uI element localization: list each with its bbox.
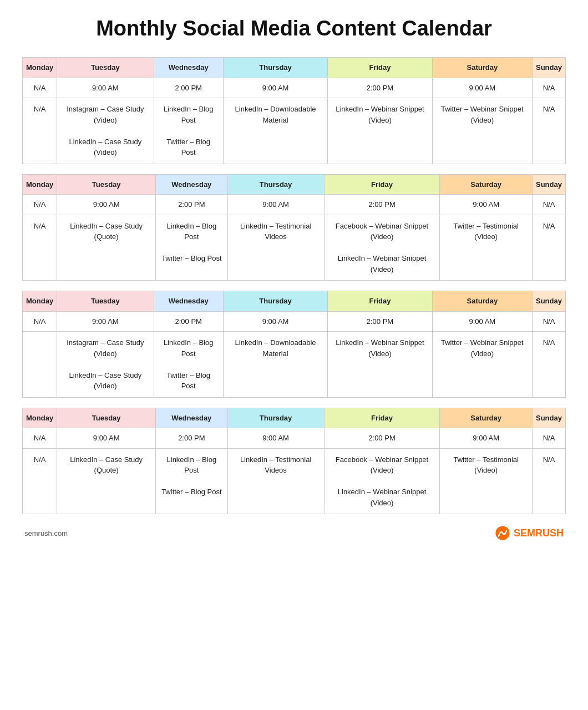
time-friday-week1: 2:00 PM [328, 78, 432, 98]
time-tuesday-week4: 9:00 AM [57, 428, 156, 449]
time-thursday-week3: 9:00 AM [223, 311, 327, 332]
content-thursday-week3: LinkedIn – Downloadable Material [223, 332, 327, 398]
header-tuesday-week3: Tuesday [57, 291, 154, 312]
time-wednesday-week3: 2:00 PM [154, 311, 223, 332]
content-sunday-week2: N/A [532, 215, 565, 281]
header-monday-week2: Monday [23, 174, 57, 195]
content-wednesday-week4: LinkedIn – Blog PostTwitter – Blog Post [156, 448, 227, 514]
header-friday-week2: Friday [324, 174, 440, 195]
content-sunday-week4: N/A [532, 448, 565, 514]
header-saturday-week4: Saturday [440, 408, 533, 428]
week-2: MondayTuesdayWednesdayThursdayFridaySatu… [22, 174, 566, 281]
content-tuesday-week2: LinkedIn – Case Study (Quote) [57, 215, 156, 281]
content-monday-week1: N/A [23, 98, 57, 164]
header-sunday-week4: Sunday [532, 408, 565, 428]
content-wednesday-week1: LinkedIn – Blog PostTwitter – Blog Post [154, 98, 223, 164]
time-monday-week1: N/A [23, 78, 57, 98]
time-sunday-week1: N/A [532, 78, 565, 98]
header-saturday-week2: Saturday [440, 174, 533, 195]
time-wednesday-week4: 2:00 PM [156, 428, 227, 449]
header-sunday-week3: Sunday [532, 291, 565, 312]
content-tuesday-week3: Instagram – Case Study (Video)LinkedIn –… [57, 332, 154, 398]
header-wednesday-week4: Wednesday [156, 408, 227, 428]
time-thursday-week4: 9:00 AM [227, 428, 324, 449]
content-sunday-week3: N/A [532, 332, 565, 398]
content-wednesday-week3: LinkedIn – Blog PostTwitter – Blog Post [154, 332, 223, 398]
content-saturday-week4: Twitter – Testimonial (Video) [440, 448, 533, 514]
content-saturday-week2: Twitter – Testimonial (Video) [440, 215, 533, 281]
time-friday-week4: 2:00 PM [324, 428, 440, 449]
semrush-label: SEMRUSH [514, 528, 564, 539]
header-wednesday-week1: Wednesday [154, 58, 223, 78]
content-monday-week3 [23, 332, 57, 398]
header-saturday-week3: Saturday [432, 291, 532, 312]
time-monday-week4: N/A [23, 428, 57, 449]
content-friday-week1: LinkedIn – Webinar Snippet (Video) [328, 98, 432, 164]
calendar-container: MondayTuesdayWednesdayThursdayFridaySatu… [22, 57, 566, 514]
time-saturday-week3: 9:00 AM [432, 311, 532, 332]
header-sunday-week1: Sunday [532, 58, 565, 78]
header-wednesday-week3: Wednesday [154, 291, 223, 312]
content-friday-week2: Facebook – Webinar Snippet (Video)Linked… [324, 215, 440, 281]
content-friday-week3: LinkedIn – Webinar Snippet (Video) [328, 332, 432, 398]
time-tuesday-week2: 9:00 AM [57, 195, 156, 215]
time-thursday-week2: 9:00 AM [227, 195, 324, 215]
header-friday-week3: Friday [328, 291, 432, 312]
header-friday-week1: Friday [328, 58, 432, 78]
content-monday-week4: N/A [23, 448, 57, 514]
time-sunday-week3: N/A [532, 311, 565, 332]
header-tuesday-week1: Tuesday [57, 58, 154, 78]
header-tuesday-week4: Tuesday [57, 408, 156, 428]
time-friday-week2: 2:00 PM [324, 195, 440, 215]
time-tuesday-week1: 9:00 AM [57, 78, 154, 98]
header-thursday-week4: Thursday [227, 408, 324, 428]
time-tuesday-week3: 9:00 AM [57, 311, 154, 332]
content-thursday-week4: LinkedIn – Testimonial Videos [227, 448, 324, 514]
semrush-icon [495, 525, 510, 541]
content-friday-week4: Facebook – Webinar Snippet (Video)Linked… [324, 448, 440, 514]
content-saturday-week3: Twitter – Webinar Snippet (Video) [432, 332, 532, 398]
time-monday-week2: N/A [23, 195, 57, 215]
time-sunday-week4: N/A [532, 428, 565, 449]
header-monday-week3: Monday [23, 291, 57, 312]
content-sunday-week1: N/A [532, 98, 565, 164]
week-3: MondayTuesdayWednesdayThursdayFridaySatu… [22, 291, 566, 398]
footer-url: semrush.com [24, 529, 68, 537]
time-saturday-week2: 9:00 AM [440, 195, 533, 215]
time-wednesday-week2: 2:00 PM [156, 195, 227, 215]
content-tuesday-week1: Instagram – Case Study (Video)LinkedIn –… [57, 98, 154, 164]
content-saturday-week1: Twitter – Webinar Snippet (Video) [432, 98, 532, 164]
header-thursday-week3: Thursday [223, 291, 327, 312]
time-saturday-week4: 9:00 AM [440, 428, 533, 449]
header-tuesday-week2: Tuesday [57, 174, 156, 195]
header-friday-week4: Friday [324, 408, 440, 428]
time-friday-week3: 2:00 PM [328, 311, 432, 332]
header-monday-week1: Monday [23, 58, 57, 78]
week-1: MondayTuesdayWednesdayThursdayFridaySatu… [22, 57, 566, 164]
content-thursday-week1: LinkedIn – Downloadable Material [223, 98, 327, 164]
content-monday-week2: N/A [23, 215, 57, 281]
time-wednesday-week1: 2:00 PM [154, 78, 223, 98]
semrush-brand: SEMRUSH [495, 525, 564, 541]
content-wednesday-week2: LinkedIn – Blog PostTwitter – Blog Post [156, 215, 227, 281]
footer: semrush.com SEMRUSH [22, 525, 566, 541]
header-monday-week4: Monday [23, 408, 57, 428]
page-title: Monthly Social Media Content Calendar [22, 17, 566, 40]
header-sunday-week2: Sunday [532, 174, 565, 195]
content-thursday-week2: LinkedIn – Testimonial Videos [227, 215, 324, 281]
header-thursday-week2: Thursday [227, 174, 324, 195]
header-thursday-week1: Thursday [223, 58, 327, 78]
header-saturday-week1: Saturday [432, 58, 532, 78]
time-sunday-week2: N/A [532, 195, 565, 215]
time-monday-week3: N/A [23, 311, 57, 332]
time-thursday-week1: 9:00 AM [223, 78, 327, 98]
time-saturday-week1: 9:00 AM [432, 78, 532, 98]
header-wednesday-week2: Wednesday [156, 174, 227, 195]
content-tuesday-week4: LinkedIn – Case Study (Quote) [57, 448, 156, 514]
week-4: MondayTuesdayWednesdayThursdayFridaySatu… [22, 408, 566, 515]
